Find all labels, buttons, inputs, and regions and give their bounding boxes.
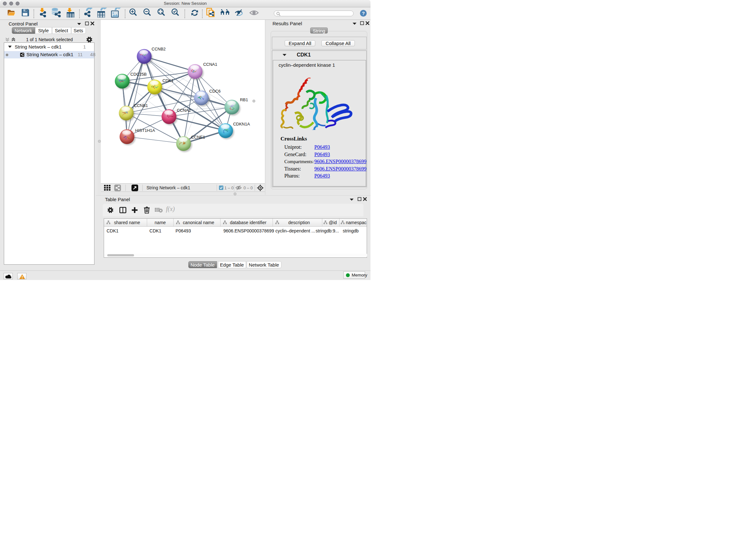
- svg-text:HIST1H1A: HIST1H1A: [135, 128, 155, 133]
- svg-text:RB1: RB1: [240, 98, 248, 102]
- svg-text:CDKN1A: CDKN1A: [233, 122, 250, 126]
- svg-text:CCNE1: CCNE1: [191, 135, 205, 139]
- svg-text:CCNA1: CCNA1: [203, 62, 217, 67]
- svg-text:CDC6: CDC6: [209, 89, 220, 94]
- svg-text:CCNB1: CCNB1: [134, 103, 148, 108]
- svg-text:CCNA2: CCNA2: [177, 108, 191, 113]
- svg-text:CDK1: CDK1: [162, 78, 174, 83]
- svg-text:CDC25B: CDC25B: [131, 72, 147, 77]
- svg-text:CCNB2: CCNB2: [151, 47, 165, 51]
